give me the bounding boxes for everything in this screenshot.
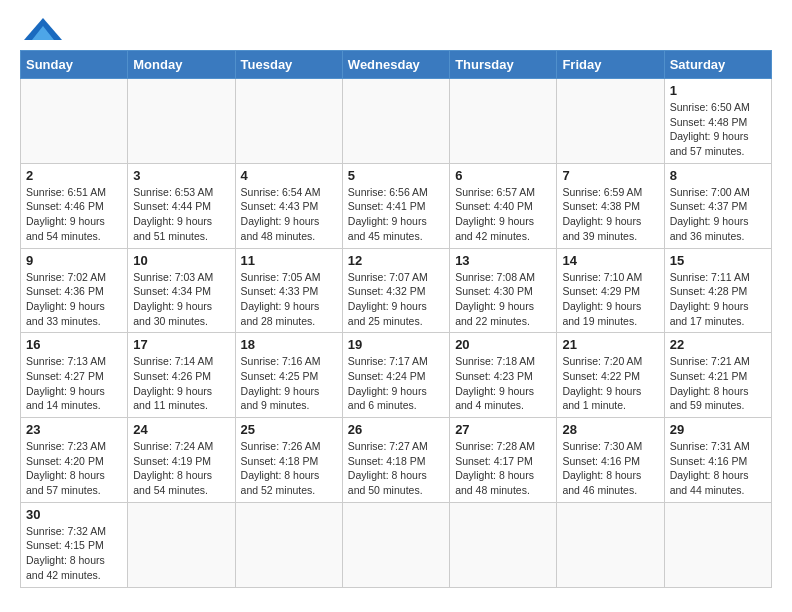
calendar-cell [450,79,557,164]
calendar-cell: 11Sunrise: 7:05 AMSunset: 4:33 PMDayligh… [235,248,342,333]
day-info: Sunrise: 7:03 AMSunset: 4:34 PMDaylight:… [133,270,229,329]
calendar-week-2: 9Sunrise: 7:02 AMSunset: 4:36 PMDaylight… [21,248,772,333]
day-info: Sunrise: 7:16 AMSunset: 4:25 PMDaylight:… [241,354,337,413]
calendar-cell: 16Sunrise: 7:13 AMSunset: 4:27 PMDayligh… [21,333,128,418]
day-number: 28 [562,422,658,437]
calendar-cell: 21Sunrise: 7:20 AMSunset: 4:22 PMDayligh… [557,333,664,418]
day-info: Sunrise: 7:10 AMSunset: 4:29 PMDaylight:… [562,270,658,329]
calendar-week-3: 16Sunrise: 7:13 AMSunset: 4:27 PMDayligh… [21,333,772,418]
calendar-cell [557,79,664,164]
day-info: Sunrise: 7:14 AMSunset: 4:26 PMDaylight:… [133,354,229,413]
day-number: 6 [455,168,551,183]
calendar-cell: 20Sunrise: 7:18 AMSunset: 4:23 PMDayligh… [450,333,557,418]
calendar-cell: 28Sunrise: 7:30 AMSunset: 4:16 PMDayligh… [557,418,664,503]
day-number: 11 [241,253,337,268]
day-number: 30 [26,507,122,522]
calendar-cell: 12Sunrise: 7:07 AMSunset: 4:32 PMDayligh… [342,248,449,333]
day-info: Sunrise: 7:20 AMSunset: 4:22 PMDaylight:… [562,354,658,413]
calendar-week-5: 30Sunrise: 7:32 AMSunset: 4:15 PMDayligh… [21,502,772,587]
day-info: Sunrise: 7:05 AMSunset: 4:33 PMDaylight:… [241,270,337,329]
day-number: 2 [26,168,122,183]
day-number: 13 [455,253,551,268]
calendar-week-4: 23Sunrise: 7:23 AMSunset: 4:20 PMDayligh… [21,418,772,503]
day-number: 5 [348,168,444,183]
day-info: Sunrise: 6:59 AMSunset: 4:38 PMDaylight:… [562,185,658,244]
day-number: 25 [241,422,337,437]
calendar-cell: 29Sunrise: 7:31 AMSunset: 4:16 PMDayligh… [664,418,771,503]
calendar-cell: 4Sunrise: 6:54 AMSunset: 4:43 PMDaylight… [235,163,342,248]
day-info: Sunrise: 7:17 AMSunset: 4:24 PMDaylight:… [348,354,444,413]
calendar-cell: 24Sunrise: 7:24 AMSunset: 4:19 PMDayligh… [128,418,235,503]
day-number: 7 [562,168,658,183]
day-number: 10 [133,253,229,268]
day-info: Sunrise: 7:00 AMSunset: 4:37 PMDaylight:… [670,185,766,244]
calendar-cell: 26Sunrise: 7:27 AMSunset: 4:18 PMDayligh… [342,418,449,503]
calendar-cell [342,502,449,587]
day-info: Sunrise: 7:32 AMSunset: 4:15 PMDaylight:… [26,524,122,583]
calendar-cell [21,79,128,164]
day-info: Sunrise: 7:26 AMSunset: 4:18 PMDaylight:… [241,439,337,498]
logo [20,20,62,40]
calendar-cell: 27Sunrise: 7:28 AMSunset: 4:17 PMDayligh… [450,418,557,503]
day-info: Sunrise: 7:11 AMSunset: 4:28 PMDaylight:… [670,270,766,329]
day-info: Sunrise: 7:21 AMSunset: 4:21 PMDaylight:… [670,354,766,413]
calendar-cell: 9Sunrise: 7:02 AMSunset: 4:36 PMDaylight… [21,248,128,333]
day-header-wednesday: Wednesday [342,51,449,79]
day-number: 4 [241,168,337,183]
day-info: Sunrise: 6:54 AMSunset: 4:43 PMDaylight:… [241,185,337,244]
day-info: Sunrise: 7:28 AMSunset: 4:17 PMDaylight:… [455,439,551,498]
calendar-cell: 7Sunrise: 6:59 AMSunset: 4:38 PMDaylight… [557,163,664,248]
day-number: 14 [562,253,658,268]
day-number: 9 [26,253,122,268]
calendar-cell [128,502,235,587]
calendar-cell: 8Sunrise: 7:00 AMSunset: 4:37 PMDaylight… [664,163,771,248]
calendar-cell: 5Sunrise: 6:56 AMSunset: 4:41 PMDaylight… [342,163,449,248]
calendar-cell: 23Sunrise: 7:23 AMSunset: 4:20 PMDayligh… [21,418,128,503]
day-header-sunday: Sunday [21,51,128,79]
calendar-cell: 22Sunrise: 7:21 AMSunset: 4:21 PMDayligh… [664,333,771,418]
day-number: 29 [670,422,766,437]
day-info: Sunrise: 7:18 AMSunset: 4:23 PMDaylight:… [455,354,551,413]
calendar-cell [128,79,235,164]
day-number: 24 [133,422,229,437]
day-info: Sunrise: 6:50 AMSunset: 4:48 PMDaylight:… [670,100,766,159]
calendar-cell: 18Sunrise: 7:16 AMSunset: 4:25 PMDayligh… [235,333,342,418]
calendar-cell [235,79,342,164]
day-info: Sunrise: 6:53 AMSunset: 4:44 PMDaylight:… [133,185,229,244]
day-number: 21 [562,337,658,352]
calendar-cell: 17Sunrise: 7:14 AMSunset: 4:26 PMDayligh… [128,333,235,418]
day-number: 12 [348,253,444,268]
day-number: 1 [670,83,766,98]
calendar-cell: 3Sunrise: 6:53 AMSunset: 4:44 PMDaylight… [128,163,235,248]
day-info: Sunrise: 7:31 AMSunset: 4:16 PMDaylight:… [670,439,766,498]
calendar-cell: 6Sunrise: 6:57 AMSunset: 4:40 PMDaylight… [450,163,557,248]
day-header-tuesday: Tuesday [235,51,342,79]
day-header-monday: Monday [128,51,235,79]
day-header-thursday: Thursday [450,51,557,79]
day-info: Sunrise: 7:30 AMSunset: 4:16 PMDaylight:… [562,439,658,498]
calendar-cell [342,79,449,164]
day-number: 16 [26,337,122,352]
calendar-week-0: 1Sunrise: 6:50 AMSunset: 4:48 PMDaylight… [21,79,772,164]
day-info: Sunrise: 6:57 AMSunset: 4:40 PMDaylight:… [455,185,551,244]
day-info: Sunrise: 7:23 AMSunset: 4:20 PMDaylight:… [26,439,122,498]
day-info: Sunrise: 7:13 AMSunset: 4:27 PMDaylight:… [26,354,122,413]
day-info: Sunrise: 7:07 AMSunset: 4:32 PMDaylight:… [348,270,444,329]
day-number: 22 [670,337,766,352]
day-number: 19 [348,337,444,352]
calendar-cell: 25Sunrise: 7:26 AMSunset: 4:18 PMDayligh… [235,418,342,503]
day-number: 20 [455,337,551,352]
day-info: Sunrise: 7:24 AMSunset: 4:19 PMDaylight:… [133,439,229,498]
calendar-cell: 15Sunrise: 7:11 AMSunset: 4:28 PMDayligh… [664,248,771,333]
day-info: Sunrise: 7:02 AMSunset: 4:36 PMDaylight:… [26,270,122,329]
day-number: 26 [348,422,444,437]
calendar-cell: 1Sunrise: 6:50 AMSunset: 4:48 PMDaylight… [664,79,771,164]
calendar-cell [450,502,557,587]
day-number: 18 [241,337,337,352]
calendar-cell: 19Sunrise: 7:17 AMSunset: 4:24 PMDayligh… [342,333,449,418]
calendar-cell [664,502,771,587]
calendar-header-row: SundayMondayTuesdayWednesdayThursdayFrid… [21,51,772,79]
day-number: 3 [133,168,229,183]
day-number: 15 [670,253,766,268]
day-info: Sunrise: 7:27 AMSunset: 4:18 PMDaylight:… [348,439,444,498]
